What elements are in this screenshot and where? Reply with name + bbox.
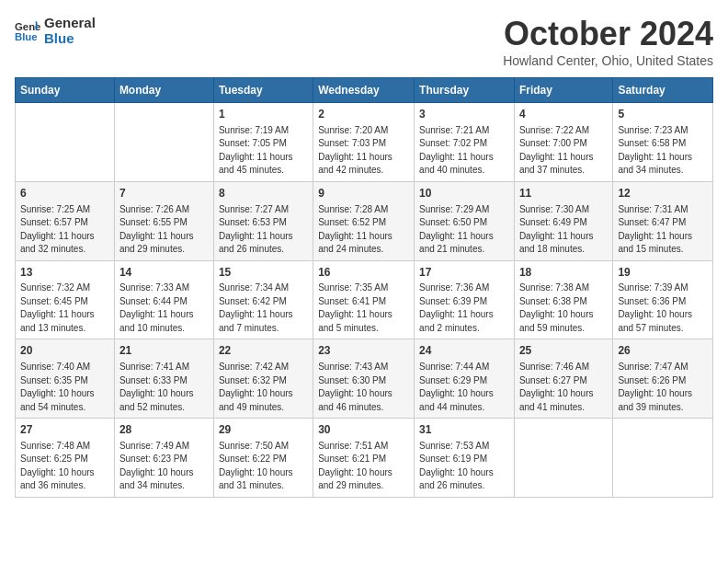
calendar-cell: 18Sunrise: 7:38 AM Sunset: 6:38 PM Dayli… [514,260,612,339]
cell-content: Sunrise: 7:49 AM Sunset: 6:23 PM Dayligh… [119,440,209,493]
day-number: 4 [519,107,608,122]
cell-content: Sunrise: 7:22 AM Sunset: 7:00 PM Dayligh… [519,124,608,178]
calendar-cell: 2Sunrise: 7:20 AM Sunset: 7:03 PM Daylig… [313,103,415,182]
calendar-cell: 31Sunrise: 7:53 AM Sunset: 6:19 PM Dayli… [415,419,515,498]
calendar-cell: 20Sunrise: 7:40 AM Sunset: 6:35 PM Dayli… [16,339,115,419]
cell-content: Sunrise: 7:29 AM Sunset: 6:50 PM Dayligh… [419,203,509,257]
cell-content: Sunrise: 7:40 AM Sunset: 6:35 PM Dayligh… [20,361,109,414]
day-number: 17 [419,265,509,281]
cell-content: Sunrise: 7:50 AM Sunset: 6:22 PM Dayligh… [219,440,308,493]
cell-content: Sunrise: 7:20 AM Sunset: 7:03 PM Dayligh… [318,124,409,178]
col-header-saturday: Saturday [613,78,713,103]
cell-content: Sunrise: 7:38 AM Sunset: 6:38 PM Dayligh… [519,282,608,335]
cell-content: Sunrise: 7:34 AM Sunset: 6:42 PM Dayligh… [219,282,308,335]
col-header-wednesday: Wednesday [313,78,415,103]
calendar-cell: 23Sunrise: 7:43 AM Sunset: 6:30 PM Dayli… [313,339,415,419]
calendar-table: SundayMondayTuesdayWednesdayThursdayFrid… [15,77,713,498]
day-number: 24 [419,343,509,359]
calendar-cell: 29Sunrise: 7:50 AM Sunset: 6:22 PM Dayli… [213,419,313,498]
calendar-cell: 12Sunrise: 7:31 AM Sunset: 6:47 PM Dayli… [613,181,713,260]
page-header: General Blue General Blue October 2024 H… [15,15,713,68]
day-number: 9 [318,186,409,201]
col-header-tuesday: Tuesday [213,78,313,103]
day-number: 8 [219,186,308,201]
calendar-cell: 26Sunrise: 7:47 AM Sunset: 6:26 PM Dayli… [613,339,713,419]
day-number: 6 [20,186,109,201]
cell-content: Sunrise: 7:51 AM Sunset: 6:21 PM Dayligh… [318,440,409,493]
cell-content: Sunrise: 7:44 AM Sunset: 6:29 PM Dayligh… [419,361,509,414]
calendar-cell: 19Sunrise: 7:39 AM Sunset: 6:36 PM Dayli… [613,260,713,339]
day-number: 15 [219,265,308,281]
calendar-body: 1Sunrise: 7:19 AM Sunset: 7:05 PM Daylig… [16,103,713,498]
calendar-cell [613,419,713,498]
calendar-cell [114,103,213,182]
day-number: 23 [318,343,409,359]
cell-content: Sunrise: 7:30 AM Sunset: 6:49 PM Dayligh… [519,203,608,257]
calendar-cell: 28Sunrise: 7:49 AM Sunset: 6:23 PM Dayli… [114,419,213,498]
logo: General Blue General Blue [15,15,96,46]
day-number: 28 [119,422,209,438]
cell-content: Sunrise: 7:39 AM Sunset: 6:36 PM Dayligh… [618,282,708,335]
calendar-cell: 30Sunrise: 7:51 AM Sunset: 6:21 PM Dayli… [313,419,415,498]
day-number: 10 [419,186,509,201]
calendar-cell: 3Sunrise: 7:21 AM Sunset: 7:02 PM Daylig… [415,103,515,182]
day-number: 22 [219,343,308,359]
calendar-cell: 1Sunrise: 7:19 AM Sunset: 7:05 PM Daylig… [213,103,313,182]
calendar-cell: 21Sunrise: 7:41 AM Sunset: 6:33 PM Dayli… [114,339,213,419]
calendar-cell: 22Sunrise: 7:42 AM Sunset: 6:32 PM Dayli… [213,339,313,419]
calendar-cell: 25Sunrise: 7:46 AM Sunset: 6:27 PM Dayli… [514,339,612,419]
day-number: 11 [519,186,608,201]
cell-content: Sunrise: 7:36 AM Sunset: 6:39 PM Dayligh… [419,282,509,335]
cell-content: Sunrise: 7:41 AM Sunset: 6:33 PM Dayligh… [119,361,209,414]
cell-content: Sunrise: 7:32 AM Sunset: 6:45 PM Dayligh… [20,282,109,335]
calendar-cell: 27Sunrise: 7:48 AM Sunset: 6:25 PM Dayli… [16,419,115,498]
day-number: 29 [219,422,308,438]
calendar-cell: 5Sunrise: 7:23 AM Sunset: 6:58 PM Daylig… [613,103,713,182]
day-number: 5 [618,107,708,122]
calendar-cell: 8Sunrise: 7:27 AM Sunset: 6:53 PM Daylig… [213,181,313,260]
logo-general: General [44,15,96,30]
calendar-cell: 10Sunrise: 7:29 AM Sunset: 6:50 PM Dayli… [415,181,515,260]
month-title: October 2024 [503,15,713,53]
cell-content: Sunrise: 7:23 AM Sunset: 6:58 PM Dayligh… [618,124,708,178]
cell-content: Sunrise: 7:33 AM Sunset: 6:44 PM Dayligh… [119,282,209,335]
logo-icon: General Blue [15,17,40,43]
calendar-header-row: SundayMondayTuesdayWednesdayThursdayFrid… [16,78,713,103]
calendar-cell: 17Sunrise: 7:36 AM Sunset: 6:39 PM Dayli… [415,260,515,339]
calendar-cell: 6Sunrise: 7:25 AM Sunset: 6:57 PM Daylig… [16,181,115,260]
day-number: 30 [318,422,409,438]
cell-content: Sunrise: 7:19 AM Sunset: 7:05 PM Dayligh… [219,124,308,178]
day-number: 3 [419,107,509,122]
day-number: 25 [519,343,608,359]
day-number: 7 [119,186,209,201]
calendar-cell: 11Sunrise: 7:30 AM Sunset: 6:49 PM Dayli… [514,181,612,260]
day-number: 13 [20,265,109,281]
cell-content: Sunrise: 7:25 AM Sunset: 6:57 PM Dayligh… [20,203,109,257]
calendar-week-5: 27Sunrise: 7:48 AM Sunset: 6:25 PM Dayli… [16,419,713,498]
calendar-week-2: 6Sunrise: 7:25 AM Sunset: 6:57 PM Daylig… [16,181,713,260]
logo-blue: Blue [44,30,96,46]
calendar-week-1: 1Sunrise: 7:19 AM Sunset: 7:05 PM Daylig… [16,103,713,182]
col-header-thursday: Thursday [415,78,515,103]
cell-content: Sunrise: 7:27 AM Sunset: 6:53 PM Dayligh… [219,203,308,257]
cell-content: Sunrise: 7:21 AM Sunset: 7:02 PM Dayligh… [419,124,509,178]
day-number: 27 [20,422,109,438]
calendar-cell: 16Sunrise: 7:35 AM Sunset: 6:41 PM Dayli… [313,260,415,339]
day-number: 31 [419,422,509,438]
location-title: Howland Center, Ohio, United States [503,53,713,68]
calendar-cell: 7Sunrise: 7:26 AM Sunset: 6:55 PM Daylig… [114,181,213,260]
day-number: 14 [119,265,209,281]
calendar-week-3: 13Sunrise: 7:32 AM Sunset: 6:45 PM Dayli… [16,260,713,339]
cell-content: Sunrise: 7:31 AM Sunset: 6:47 PM Dayligh… [618,203,708,257]
col-header-sunday: Sunday [16,78,115,103]
calendar-cell: 24Sunrise: 7:44 AM Sunset: 6:29 PM Dayli… [415,339,515,419]
cell-content: Sunrise: 7:35 AM Sunset: 6:41 PM Dayligh… [318,282,409,335]
cell-content: Sunrise: 7:53 AM Sunset: 6:19 PM Dayligh… [419,440,509,493]
day-number: 12 [618,186,708,201]
day-number: 16 [318,265,409,281]
calendar-cell: 15Sunrise: 7:34 AM Sunset: 6:42 PM Dayli… [213,260,313,339]
cell-content: Sunrise: 7:43 AM Sunset: 6:30 PM Dayligh… [318,361,409,414]
day-number: 21 [119,343,209,359]
calendar-week-4: 20Sunrise: 7:40 AM Sunset: 6:35 PM Dayli… [16,339,713,419]
day-number: 1 [219,107,308,122]
